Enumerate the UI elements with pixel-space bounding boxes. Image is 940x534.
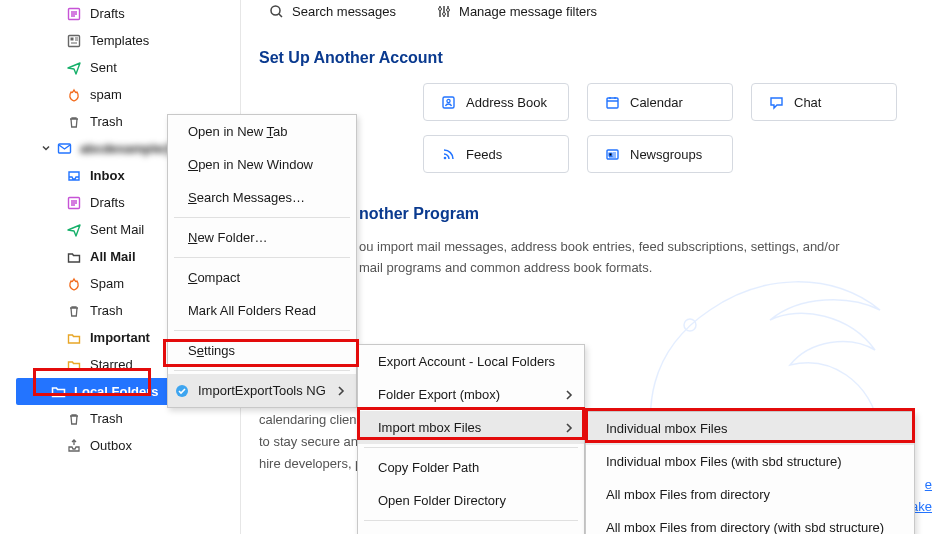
ctx-copy-folder-path[interactable]: Copy Folder Path xyxy=(358,451,584,484)
ctx-individual-mbox-sbd[interactable]: Individual mbox Files (with sbd structur… xyxy=(586,445,914,478)
chevron-down-icon xyxy=(40,142,54,156)
ctx-settings[interactable]: Settings xyxy=(168,334,356,367)
label: Address Book xyxy=(466,95,547,110)
svg-rect-11 xyxy=(607,98,618,108)
folder-label: Local Folders xyxy=(74,384,159,399)
feeds-icon xyxy=(440,146,456,162)
ctx-all-mbox-dir[interactable]: All mbox Files from directory xyxy=(586,478,914,511)
folder-label: Sent xyxy=(90,60,117,75)
feeds-button[interactable]: Feeds xyxy=(423,135,569,173)
chat-icon xyxy=(768,94,784,110)
svg-point-10 xyxy=(446,99,449,102)
folder-label: Drafts xyxy=(90,6,125,21)
ctx-compact[interactable]: Compact xyxy=(168,261,356,294)
svg-rect-1 xyxy=(69,35,80,46)
calendar-icon xyxy=(604,94,620,110)
separator xyxy=(364,447,578,448)
label: Search messages xyxy=(292,4,396,19)
folder-label: Trash xyxy=(90,411,123,426)
sent-icon xyxy=(66,222,82,238)
ctx-folder-export[interactable]: Folder Export (mbox) xyxy=(358,378,584,411)
ctx-individual-mbox[interactable]: Individual mbox Files xyxy=(586,412,914,445)
ctx-all-mbox-dir-sbd[interactable]: All mbox Files from directory (with sbd … xyxy=(586,511,914,534)
ctx-options[interactable]: Options xyxy=(358,524,584,534)
folder-sent[interactable]: Sent xyxy=(16,54,226,81)
label: All mbox Files from directory (with sbd … xyxy=(606,520,884,534)
svg-point-5 xyxy=(271,6,280,15)
ctx-open-new-tab[interactable]: Open in New Tab xyxy=(168,115,356,148)
trash-icon xyxy=(66,411,82,427)
svg-point-7 xyxy=(443,13,446,16)
folder-label: Sent Mail xyxy=(90,222,144,237)
label: Mark All Folders Read xyxy=(188,303,316,318)
folder-templates[interactable]: Templates xyxy=(16,27,226,54)
address-book-button[interactable]: Address Book xyxy=(423,83,569,121)
ctx-new-folder[interactable]: New Folder… xyxy=(168,221,356,254)
newsgroups-button[interactable]: Newsgroups xyxy=(587,135,733,173)
newsgroups-icon xyxy=(604,146,620,162)
label: Individual mbox Files (with sbd structur… xyxy=(606,454,842,469)
mail-icon xyxy=(56,141,72,157)
folder-icon xyxy=(50,384,66,400)
outbox-icon xyxy=(66,438,82,454)
drafts-icon xyxy=(66,195,82,211)
label: All mbox Files from directory xyxy=(606,487,770,502)
folder-spam[interactable]: spam xyxy=(16,81,226,108)
addressbook-icon xyxy=(440,94,456,110)
label: Open Folder Directory xyxy=(378,493,506,508)
folder-label: spam xyxy=(90,87,122,102)
calendar-button[interactable]: Calendar xyxy=(587,83,733,121)
folder-icon xyxy=(66,330,82,346)
folder-label: Templates xyxy=(90,33,149,48)
trash-icon xyxy=(66,303,82,319)
folder-icon xyxy=(66,357,82,373)
trash-icon xyxy=(66,114,82,130)
ctx-open-new-window[interactable]: Open in New Window xyxy=(168,148,356,181)
folder-label: Drafts xyxy=(90,195,125,210)
svg-point-8 xyxy=(447,9,450,12)
chat-button[interactable]: Chat xyxy=(751,83,897,121)
setup-title: Set Up Another Account xyxy=(259,49,940,67)
ctx-export-account[interactable]: Export Account - Local Folders xyxy=(358,345,584,378)
folder-outbox[interactable]: Outbox xyxy=(16,432,226,459)
folder-label: Important xyxy=(90,330,150,345)
label: Feeds xyxy=(466,147,502,162)
ctx-mark-all-read[interactable]: Mark All Folders Read xyxy=(168,294,356,327)
context-menu-folder: Open in New Tab Open in New Window Searc… xyxy=(167,114,357,408)
svg-rect-2 xyxy=(71,37,74,40)
ctx-import-export-tools[interactable]: ImportExportTools NG xyxy=(168,374,356,407)
spam-icon xyxy=(66,87,82,103)
label: Copy Folder Path xyxy=(378,460,479,475)
label: Manage message filters xyxy=(459,4,597,19)
chevron-right-icon xyxy=(564,423,574,433)
topbar: Search messages Manage message filters xyxy=(259,0,940,47)
label: Calendar xyxy=(630,95,683,110)
sent-icon xyxy=(66,60,82,76)
ietng-icon xyxy=(174,383,192,399)
ctx-import-mbox[interactable]: Import mbox Files xyxy=(358,411,584,444)
label: Folder Export (mbox) xyxy=(378,387,500,402)
folder-label: Outbox xyxy=(90,438,132,453)
folder-label: Trash xyxy=(90,114,123,129)
folder-label: Starred xyxy=(90,357,133,372)
separator xyxy=(364,520,578,521)
ctx-open-folder-dir[interactable]: Open Folder Directory xyxy=(358,484,584,517)
label: Export Account - Local Folders xyxy=(378,354,555,369)
inbox-icon xyxy=(66,168,82,184)
label: Individual mbox Files xyxy=(606,421,727,436)
separator xyxy=(174,330,350,331)
folder-drafts[interactable]: Drafts xyxy=(16,0,226,27)
folder-label: Inbox xyxy=(90,168,125,183)
folder-icon xyxy=(66,249,82,265)
filters-icon xyxy=(436,4,451,19)
search-icon xyxy=(269,4,284,19)
separator xyxy=(174,257,350,258)
label: Chat xyxy=(794,95,821,110)
label: ImportExportTools NG xyxy=(198,383,326,398)
ctx-search-messages[interactable]: Search Messages… xyxy=(168,181,356,214)
setup-row-1: Address Book Calendar Chat xyxy=(259,83,940,121)
folder-trash[interactable]: Trash xyxy=(16,405,226,432)
search-messages[interactable]: Search messages xyxy=(269,4,396,19)
manage-filters[interactable]: Manage message filters xyxy=(436,4,597,19)
svg-point-12 xyxy=(443,156,446,159)
